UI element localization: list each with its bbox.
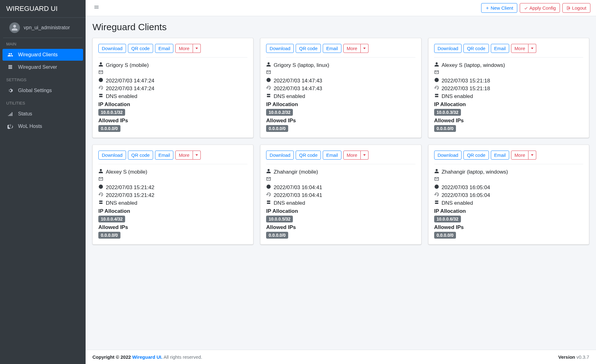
- more-button[interactable]: More: [175, 44, 193, 53]
- clock-icon: [434, 184, 439, 191]
- qr-button[interactable]: QR code: [128, 44, 153, 53]
- server-icon: [7, 64, 14, 70]
- qr-button[interactable]: QR code: [296, 151, 321, 160]
- client-created-text: 2022/07/03 16:05:04: [442, 184, 490, 191]
- allowed-ips-label: Allowed IPs: [98, 118, 247, 124]
- qr-button[interactable]: QR code: [296, 44, 321, 53]
- apply-config-button[interactable]: Apply Config: [520, 3, 560, 13]
- user-panel[interactable]: vpn_ui_administrator: [3, 18, 82, 38]
- client-email: [98, 70, 247, 76]
- version-label: Version: [558, 354, 575, 360]
- client-email: [98, 176, 247, 183]
- sidebar-item-wol-hosts[interactable]: WoL Hosts: [2, 120, 83, 132]
- client-dns: DNS enabled: [266, 200, 415, 206]
- ip-allocation-label: IP Allocation: [98, 208, 247, 214]
- allowed-ips-label: Allowed IPs: [266, 118, 415, 124]
- more-button[interactable]: More: [175, 151, 193, 160]
- ip-allocation-label: IP Allocation: [266, 101, 415, 108]
- more-button[interactable]: More: [343, 44, 361, 53]
- sidebar-item-status[interactable]: Status: [2, 108, 83, 120]
- client-created: 2022/07/03 14:47:24: [98, 77, 247, 84]
- envelope-icon: [434, 176, 439, 183]
- client-name: Alexey S (mobile): [98, 169, 247, 175]
- more-dropdown-toggle[interactable]: [193, 44, 201, 53]
- more-button[interactable]: More: [343, 151, 361, 160]
- card-actions: DownloadQR codeEmailMore: [266, 44, 415, 53]
- more-button-group: More: [511, 151, 536, 160]
- ip-allocation-badge: 10.0.0.1/32: [98, 109, 125, 116]
- more-dropdown-toggle[interactable]: [528, 44, 536, 53]
- download-button[interactable]: Download: [266, 44, 294, 53]
- logout-button[interactable]: Logout: [562, 3, 590, 13]
- client-updated-text: 2022/07/03 14:47:24: [106, 86, 154, 92]
- ip-allocation-badge: 10.0.0.3/32: [434, 109, 461, 116]
- copyright-prefix: Copyright © 2022: [92, 354, 132, 360]
- allowed-ips-badge: 0.0.0.0/0: [434, 232, 456, 239]
- client-created-text: 2022/07/03 15:21:42: [106, 184, 154, 191]
- nav-section-header: UTILITIES: [0, 97, 86, 107]
- download-button[interactable]: Download: [98, 151, 126, 160]
- more-button-group: More: [511, 44, 536, 53]
- email-button[interactable]: Email: [323, 44, 341, 53]
- more-button[interactable]: More: [511, 151, 528, 160]
- client-name: Grigory S (mobile): [98, 62, 247, 68]
- allowed-ips-badge: 0.0.0.0/0: [98, 232, 120, 239]
- user-icon: [266, 169, 271, 175]
- more-dropdown-toggle[interactable]: [193, 151, 201, 160]
- clock-icon: [434, 77, 439, 84]
- email-button[interactable]: Email: [155, 151, 174, 160]
- email-button[interactable]: Email: [491, 151, 509, 160]
- download-button[interactable]: Download: [434, 44, 462, 53]
- client-created: 2022/07/03 16:05:04: [434, 184, 583, 191]
- footer: Copyright © 2022 Wireguard UI. All right…: [86, 350, 596, 364]
- sidebar-item-label: Global Settings: [18, 88, 52, 93]
- client-name-text: Grigory S (mobile): [106, 62, 149, 68]
- hamburger-icon[interactable]: [91, 3, 102, 13]
- user-icon: [266, 62, 271, 68]
- nav-section-header: MAIN: [0, 38, 86, 48]
- more-dropdown-toggle[interactable]: [361, 151, 368, 160]
- product-link[interactable]: Wireguard UI.: [132, 354, 162, 360]
- more-dropdown-toggle[interactable]: [528, 151, 536, 160]
- envelope-icon: [266, 176, 271, 183]
- sidebar-item-wireguard-clients[interactable]: Wireguard Clients: [2, 49, 83, 61]
- caret-down-icon: [531, 154, 533, 156]
- new-client-button[interactable]: New Client: [481, 3, 518, 13]
- brand-title[interactable]: WIREGUARD UI: [0, 0, 86, 18]
- client-name-text: Grigory S (laptop, linux): [274, 62, 329, 68]
- email-button[interactable]: Email: [155, 44, 174, 53]
- history-icon: [266, 192, 271, 198]
- clock-icon: [98, 77, 103, 84]
- caret-down-icon: [195, 154, 198, 156]
- more-button[interactable]: More: [511, 44, 528, 53]
- qr-button[interactable]: QR code: [463, 44, 489, 53]
- client-name: Alexey S (laptop, windows): [434, 62, 583, 68]
- page-title: Wireguard Clients: [92, 22, 589, 32]
- users-icon: [7, 52, 14, 58]
- caret-down-icon: [195, 48, 198, 49]
- qr-button[interactable]: QR code: [128, 151, 153, 160]
- more-dropdown-toggle[interactable]: [361, 44, 368, 53]
- sidebar-item-global-settings[interactable]: Global Settings: [2, 85, 83, 96]
- user-avatar: [9, 22, 20, 33]
- download-button[interactable]: Download: [434, 151, 462, 160]
- power-icon: [7, 124, 14, 129]
- client-dns-text: DNS enabled: [106, 93, 137, 100]
- download-button[interactable]: Download: [98, 44, 126, 53]
- sidebar-item-wireguard-server[interactable]: Wireguard Server: [2, 61, 83, 73]
- download-button[interactable]: Download: [266, 151, 294, 160]
- client-created: 2022/07/03 15:21:18: [434, 77, 583, 84]
- client-created: 2022/07/03 15:21:42: [98, 184, 247, 191]
- email-button[interactable]: Email: [323, 151, 341, 160]
- client-dns-text: DNS enabled: [274, 93, 305, 100]
- new-client-label: New Client: [491, 5, 514, 11]
- email-button[interactable]: Email: [491, 44, 509, 53]
- logout-label: Logout: [572, 5, 586, 11]
- qr-button[interactable]: QR code: [463, 151, 489, 160]
- clock-icon: [266, 184, 271, 191]
- check-icon: [524, 6, 528, 10]
- client-name: Grigory S (laptop, linux): [266, 62, 415, 68]
- ip-allocation-label: IP Allocation: [266, 208, 415, 214]
- allowed-ips-badge: 0.0.0.0/0: [98, 125, 120, 132]
- history-icon: [434, 192, 439, 198]
